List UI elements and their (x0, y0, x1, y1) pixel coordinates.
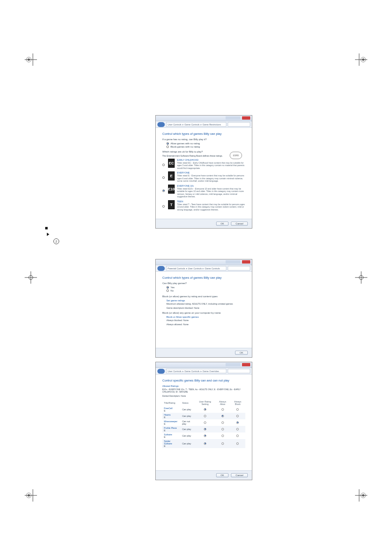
rating-row: EEVERYONETitles rated E - Everyone have … (162, 171, 245, 182)
cancel-button[interactable]: Cancel (231, 222, 248, 226)
crumb[interactable]: Parental Controls (168, 267, 188, 270)
question-text: If a game has no rating, can Billy play … (162, 138, 245, 141)
question-text: Can Billy play games? (162, 282, 245, 284)
nav-back-button[interactable] (157, 266, 165, 271)
nav-back-button[interactable] (157, 122, 165, 127)
rating-badge-icon: E (168, 171, 175, 180)
breadcrumb[interactable]: Parental Controls User Controls Game Con… (166, 266, 226, 271)
breadcrumb[interactable]: User Controls Game Controls Game Restric… (166, 122, 226, 127)
crumb[interactable]: Game Restrictions (203, 123, 223, 126)
game-title: Minesweeper (164, 420, 178, 423)
breadcrumb[interactable]: User Controls Game Controls Game Overrid… (166, 369, 226, 373)
game-rating: E (164, 423, 166, 425)
denied-descriptors: Denied Descriptors: None (162, 395, 245, 397)
nav-back-button[interactable] (157, 369, 165, 374)
rating-row: ECEARLY CHILDHOODTitles rated EC - Early… (162, 159, 245, 169)
window-minmax[interactable] (226, 363, 240, 366)
button-row: OK (156, 348, 252, 357)
game-status: Can play (180, 439, 195, 448)
ok-button[interactable]: OK (216, 222, 229, 226)
crop-mark (355, 489, 367, 502)
radio-icon[interactable] (204, 428, 206, 430)
nav-row: User Controls Game Controls Game Overrid… (156, 368, 252, 375)
crumb[interactable]: User Controls (168, 123, 184, 126)
set-ratings-link[interactable]: Set game ratings (166, 299, 245, 302)
window-close-button[interactable] (242, 363, 250, 366)
radio-label: Yes (171, 286, 175, 289)
table-row: FreeCellECan play (162, 406, 245, 413)
radio-icon[interactable] (221, 442, 224, 445)
radio-icon[interactable] (221, 428, 224, 430)
nav-row: User Controls Game Controls Game Restric… (156, 121, 252, 128)
radio-yes[interactable]: Yes (166, 286, 245, 289)
button-row: OK Cancel (156, 219, 252, 228)
search-input[interactable] (228, 369, 250, 373)
crumb[interactable]: Game Controls (184, 123, 203, 126)
radio-icon[interactable] (162, 164, 165, 166)
radio-block-unrated[interactable]: Block games with no rating (166, 146, 245, 148)
crop-mark (25, 271, 37, 284)
radio-icon[interactable] (204, 408, 206, 411)
rating-description: EVERYONETitles rated E - Everyone have c… (177, 171, 245, 182)
radio-icon[interactable] (204, 415, 206, 417)
radio-icon[interactable] (162, 190, 165, 192)
rating-description: TEENTitles rated T - Teen have content t… (177, 200, 245, 211)
game-rating: E (164, 436, 166, 438)
radio-icon[interactable] (236, 408, 239, 411)
radio-icon[interactable] (221, 421, 224, 424)
rating-description: EARLY CHILDHOODTitles rated EC - Early C… (177, 159, 245, 169)
game-title: Spider Solitaire (164, 440, 172, 445)
radio-icon[interactable] (204, 442, 206, 445)
game-status: Can play (180, 426, 195, 432)
radio-no[interactable]: No (166, 289, 245, 292)
radio-allow-unrated[interactable]: Allow games with no rating (166, 142, 245, 145)
search-input[interactable] (228, 266, 250, 271)
allowed-ratings-text: E10+ - EVERYONE 10+, T - TEEN, Ao - ADUL… (162, 388, 245, 393)
radio-label: Block games with no rating (171, 146, 200, 148)
game-status: Can play (180, 406, 195, 413)
crumb[interactable]: User Controls (188, 267, 205, 270)
crop-mark (355, 271, 367, 284)
window-close-button[interactable] (242, 116, 250, 120)
radio-icon (166, 146, 169, 148)
radio-icon[interactable] (162, 205, 165, 208)
game-rating: E (164, 429, 166, 432)
rating-badge-icon: EC (168, 159, 175, 168)
rating-description: EVERYONE 10+Titles rated E10+ - Everyone… (177, 185, 245, 198)
crumb[interactable]: Game Controls (205, 267, 221, 270)
info-text: Maximum allowed rating: ADULTS ONLY, inc… (166, 303, 245, 305)
window-close-button[interactable] (242, 260, 250, 264)
window-minmax[interactable] (226, 116, 240, 120)
crumb[interactable]: Game Controls (184, 370, 203, 372)
radio-icon[interactable] (236, 435, 239, 437)
radio-icon[interactable] (204, 435, 206, 437)
window-minmax[interactable] (226, 260, 240, 264)
step-number: 2 (53, 238, 59, 244)
titlebar (156, 259, 252, 265)
radio-icon[interactable] (236, 428, 239, 430)
rating-row: TTEENTitles rated T - Teen have content … (162, 200, 245, 211)
radio-icon[interactable] (162, 176, 165, 179)
crumb[interactable]: Game Overrides (203, 370, 221, 372)
radio-icon[interactable] (221, 408, 224, 411)
radio-icon[interactable] (236, 442, 239, 445)
ok-button[interactable]: OK (235, 351, 248, 355)
game-status: Can not play (180, 419, 195, 426)
radio-icon[interactable] (204, 421, 206, 424)
block-allow-link[interactable]: Block or Allow specific games (166, 316, 245, 318)
crumb[interactable]: User Controls (168, 370, 184, 372)
table-row: Spider SolitaireECan play (162, 439, 245, 448)
radio-icon[interactable] (221, 415, 224, 417)
bullet-square-icon (45, 227, 48, 229)
ok-button[interactable]: OK (216, 473, 229, 477)
info-text: Always allowed: None (166, 323, 245, 326)
search-input[interactable] (228, 122, 250, 127)
radio-icon (166, 289, 169, 292)
radio-icon[interactable] (236, 415, 239, 417)
radio-icon[interactable] (236, 421, 239, 424)
cancel-button[interactable]: Cancel (231, 473, 248, 477)
titlebar (156, 116, 252, 121)
radio-icon[interactable] (221, 435, 224, 437)
crop-mark (355, 53, 367, 66)
arrow-right-icon (47, 233, 49, 236)
